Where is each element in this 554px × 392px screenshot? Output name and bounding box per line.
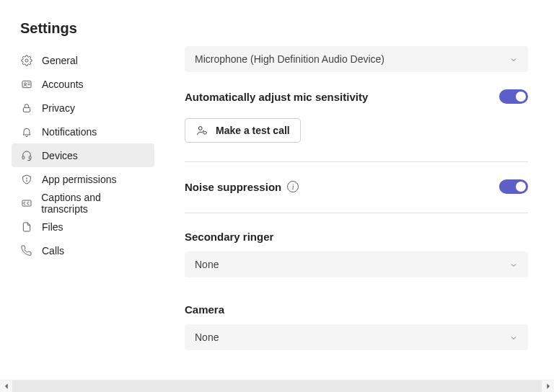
- svg-rect-3: [23, 107, 30, 112]
- bell-icon: [20, 125, 33, 138]
- sidebar-item-label: General: [42, 55, 78, 66]
- horizontal-scrollbar[interactable]: [0, 380, 554, 392]
- sidebar-item-general[interactable]: General: [12, 48, 154, 72]
- camera-label: Camera: [185, 303, 528, 316]
- sidebar-item-label: Files: [42, 221, 63, 233]
- camera-value: None: [195, 331, 219, 343]
- svg-point-8: [198, 127, 202, 130]
- settings-sidebar: Settings General Accounts: [0, 0, 159, 380]
- shield-icon: [20, 173, 33, 186]
- chevron-down-icon: [509, 333, 518, 342]
- captions-icon: [20, 197, 32, 210]
- divider: [185, 213, 528, 213]
- settings-nav: General Accounts Privacy: [0, 48, 159, 262]
- toggle-knob: [516, 92, 526, 102]
- noise-suppression-row: Noise suppression i: [185, 179, 528, 194]
- sidebar-item-notifications[interactable]: Notifications: [12, 120, 154, 143]
- info-icon[interactable]: i: [287, 181, 299, 192]
- sidebar-item-app-permissions[interactable]: App permissions: [12, 167, 154, 191]
- noise-suppression-text: Noise suppression: [185, 181, 281, 193]
- sidebar-item-files[interactable]: Files: [12, 215, 154, 239]
- sidebar-item-label: Captions and transcripts: [41, 192, 146, 215]
- make-test-call-button[interactable]: Make a test call: [185, 118, 301, 143]
- sidebar-item-captions[interactable]: Captions and transcripts: [12, 191, 154, 215]
- file-icon: [20, 220, 33, 233]
- auto-adjust-toggle[interactable]: [499, 89, 528, 104]
- secondary-ringer-label: Secondary ringer: [185, 231, 528, 243]
- sidebar-item-label: Privacy: [42, 102, 75, 114]
- sidebar-item-label: Devices: [42, 150, 78, 161]
- noise-suppression-toggle[interactable]: [499, 179, 528, 194]
- lock-icon: [20, 102, 33, 115]
- secondary-ringer-select[interactable]: None: [185, 251, 528, 277]
- sidebar-item-devices[interactable]: Devices: [12, 143, 154, 167]
- divider: [185, 161, 528, 162]
- toggle-knob: [516, 182, 526, 192]
- gear-icon: [20, 54, 33, 67]
- svg-rect-5: [29, 156, 31, 159]
- svg-point-2: [25, 82, 27, 84]
- sidebar-item-label: Notifications: [42, 126, 97, 138]
- sidebar-item-accounts[interactable]: Accounts: [12, 72, 154, 96]
- sidebar-item-calls[interactable]: Calls: [12, 239, 154, 262]
- sidebar-item-label: App permissions: [42, 174, 117, 185]
- scroll-left-arrow[interactable]: [0, 380, 12, 393]
- page-title: Settings: [0, 20, 159, 48]
- camera-select[interactable]: None: [185, 324, 528, 350]
- microphone-select-value: Microphone (High Definition Audio Device…: [195, 53, 384, 65]
- scroll-right-arrow[interactable]: [542, 380, 554, 393]
- secondary-ringer-value: None: [195, 259, 219, 270]
- accounts-icon: [20, 78, 33, 91]
- sidebar-item-label: Accounts: [42, 79, 84, 90]
- microphone-select[interactable]: Microphone (High Definition Audio Device…: [185, 46, 528, 72]
- noise-suppression-label: Noise suppression i: [185, 181, 299, 193]
- phone-icon: [20, 244, 33, 257]
- make-test-call-label: Make a test call: [216, 125, 290, 136]
- sidebar-item-privacy[interactable]: Privacy: [12, 96, 154, 120]
- svg-rect-4: [22, 156, 25, 159]
- svg-point-6: [27, 180, 27, 181]
- headset-icon: [20, 149, 33, 162]
- scrollbar-track[interactable]: [12, 380, 542, 392]
- svg-point-0: [25, 59, 28, 62]
- auto-adjust-label: Automatically adjust mic sensitivity: [185, 91, 368, 103]
- chevron-down-icon: [509, 260, 518, 269]
- person-call-icon: [195, 124, 208, 137]
- chevron-down-icon: [509, 55, 518, 63]
- auto-adjust-row: Automatically adjust mic sensitivity: [185, 89, 528, 104]
- settings-main: Microphone (High Definition Audio Device…: [159, 0, 554, 380]
- sidebar-item-label: Calls: [42, 245, 64, 257]
